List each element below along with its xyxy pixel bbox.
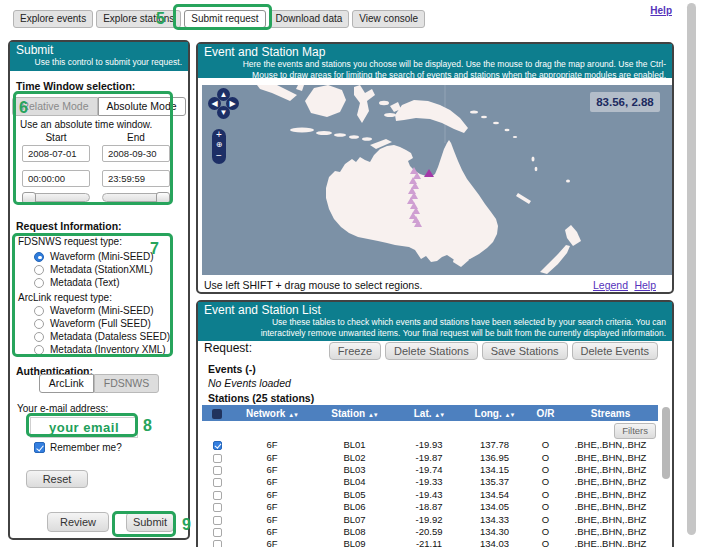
stations-table-body: 6F BL01 -19.93 137.78 O .BHE,.BHN,.BHZ 6… xyxy=(202,439,658,547)
cell-streams: .BHE,.BHN,.BHZ xyxy=(563,538,658,547)
mode-toggle: Relative ModeAbsolute Mode xyxy=(10,96,188,116)
cell-streams: .BHE,.BHN,.BHZ xyxy=(563,439,658,451)
row-checkbox[interactable] xyxy=(213,491,222,500)
row-checkbox[interactable] xyxy=(213,454,222,463)
fdsnws-option[interactable]: Waveform (Mini-SEED) xyxy=(34,250,188,263)
submit-panel-subtitle: Use this control to submit your request. xyxy=(16,57,182,68)
cell-long: 134.54 xyxy=(461,489,528,501)
main-tab[interactable]: Explore stations xyxy=(96,10,181,28)
cell-network: 6F xyxy=(232,476,312,488)
start-slider-knob[interactable] xyxy=(22,192,36,204)
remember-checkbox[interactable] xyxy=(34,442,45,453)
submit-button[interactable]: Submit xyxy=(126,512,174,532)
radio-icon[interactable] xyxy=(34,265,44,275)
map[interactable]: ▲ ◀ ▶ ▼ + ⊕ − 83.56, 2.88 xyxy=(202,85,672,275)
help-link[interactable]: Help xyxy=(650,5,672,16)
pan-down-button[interactable]: ▼ xyxy=(217,106,230,119)
reset-button[interactable]: Reset xyxy=(26,470,88,488)
cell-or: O xyxy=(528,464,563,476)
annotation-number-7: 7 xyxy=(150,240,159,258)
main-tab[interactable]: View console xyxy=(352,10,425,28)
sort-arrows-icon[interactable]: ▲▼ xyxy=(505,412,515,418)
radio-icon[interactable] xyxy=(34,319,44,329)
email-input[interactable]: your email xyxy=(30,417,138,438)
zoom-in-button[interactable]: + xyxy=(212,129,226,140)
main-tab[interactable]: Explore events xyxy=(13,10,93,28)
col-station[interactable]: Station ▲▼ xyxy=(312,408,397,419)
main-tab[interactable]: Submit request xyxy=(184,10,265,28)
arclink-option[interactable]: Waveform (Mini-SEED) xyxy=(34,304,188,317)
row-checkbox[interactable] xyxy=(213,516,222,525)
cell-lat: -18.87 xyxy=(397,501,461,513)
cell-lat: -21.11 xyxy=(397,538,461,547)
radio-icon[interactable] xyxy=(34,332,44,342)
absolute-mode-button[interactable]: Absolute Mode xyxy=(98,97,186,116)
end-time-input[interactable] xyxy=(102,170,170,187)
cell-station: BL03 xyxy=(312,464,397,476)
start-date-input[interactable] xyxy=(22,145,90,162)
end-slider-knob[interactable] xyxy=(156,192,170,204)
sort-arrows-icon[interactable]: ▲▼ xyxy=(434,412,444,418)
zoom-out-button[interactable]: − xyxy=(212,151,226,162)
radio-icon[interactable] xyxy=(34,278,44,288)
list-action-button[interactable]: Delete Events xyxy=(572,342,658,360)
row-checkbox[interactable] xyxy=(213,466,222,475)
auth-button[interactable]: FDSNWS xyxy=(94,374,160,393)
list-action-button[interactable]: Delete Stations xyxy=(385,342,478,360)
cell-streams: .BHE,.BHN,.BHZ xyxy=(563,464,658,476)
list-panel-title: Event and Station List xyxy=(204,304,666,317)
start-time-input[interactable] xyxy=(22,170,90,187)
page-scrollbar[interactable] xyxy=(686,0,703,547)
stations-label: Stations (25 stations) xyxy=(208,392,314,404)
legend-link[interactable]: Legend xyxy=(593,279,628,291)
cell-or: O xyxy=(528,452,563,464)
station-row: 6F BL05 -19.43 134.54 O .BHE,.BHN,.BHZ xyxy=(202,489,658,501)
annotation-number-6: 6 xyxy=(19,99,28,117)
station-row: 6F BL08 -20.59 134.30 O .BHE,.BHN,.BHZ xyxy=(202,526,658,538)
radio-icon[interactable] xyxy=(34,345,44,355)
select-all-checkbox[interactable] xyxy=(212,409,222,419)
main-tab[interactable]: Download data xyxy=(269,10,350,28)
row-checkbox[interactable] xyxy=(213,540,222,547)
row-checkbox[interactable] xyxy=(213,441,222,450)
page-scrollbar-thumb[interactable] xyxy=(687,3,696,535)
fdsnws-option[interactable]: Metadata (Text) xyxy=(34,276,188,289)
cell-or: O xyxy=(528,501,563,513)
auth-button[interactable]: ArcLink xyxy=(39,374,94,393)
list-actions: FreezeDelete StationsSave StationsDelete… xyxy=(329,342,658,360)
fdsnws-option[interactable]: Metadata (StationXML) xyxy=(34,263,188,276)
start-slider[interactable] xyxy=(22,193,90,202)
cell-station: BL08 xyxy=(312,526,397,538)
end-date-input[interactable] xyxy=(102,145,170,162)
filters-button[interactable]: Filters xyxy=(614,423,656,439)
table-scrollbar[interactable] xyxy=(662,407,670,479)
arclink-option[interactable]: Waveform (Full SEED) xyxy=(34,317,188,330)
request-label: Request: xyxy=(204,341,252,355)
col-long[interactable]: Long. ▲▼ xyxy=(461,408,528,419)
radio-icon[interactable] xyxy=(34,252,44,262)
col-network[interactable]: Network ▲▼ xyxy=(232,408,312,419)
review-button[interactable]: Review xyxy=(47,512,109,532)
arclink-option[interactable]: Metadata (Dataless SEED) xyxy=(34,330,188,343)
list-action-button[interactable]: Save Stations xyxy=(482,342,568,360)
end-slider[interactable] xyxy=(102,193,170,202)
map-coordinates: 83.56, 2.88 xyxy=(590,92,660,112)
col-lat[interactable]: Lat. ▲▼ xyxy=(397,408,461,419)
list-action-button[interactable]: Freeze xyxy=(329,342,381,360)
arclink-option[interactable]: Metadata (Inventory XML) xyxy=(34,343,188,356)
radio-icon[interactable] xyxy=(34,306,44,316)
row-checkbox[interactable] xyxy=(213,478,222,487)
radio-label: Waveform (Full SEED) xyxy=(50,318,151,329)
station-row: 6F BL06 -18.87 134.05 O .BHE,.BHN,.BHZ xyxy=(202,501,658,513)
cell-streams: .BHE,.BHN,.BHZ xyxy=(563,526,658,538)
radio-label: Waveform (Mini-SEED) xyxy=(50,305,154,316)
auth-toggle: ArcLinkFDSNWS xyxy=(10,374,188,393)
sort-arrows-icon[interactable]: ▲▼ xyxy=(368,412,378,418)
fdsnws-options: Waveform (Mini-SEED) Metadata (StationXM… xyxy=(10,250,188,289)
sort-arrows-icon[interactable]: ▲▼ xyxy=(288,412,298,418)
row-checkbox[interactable] xyxy=(213,528,222,537)
radio-label: Waveform (Mini-SEED) xyxy=(50,251,154,262)
map-help-link[interactable]: Help xyxy=(634,279,656,291)
row-checkbox[interactable] xyxy=(213,503,222,512)
time-window-label: Time Window selection: xyxy=(16,80,135,92)
